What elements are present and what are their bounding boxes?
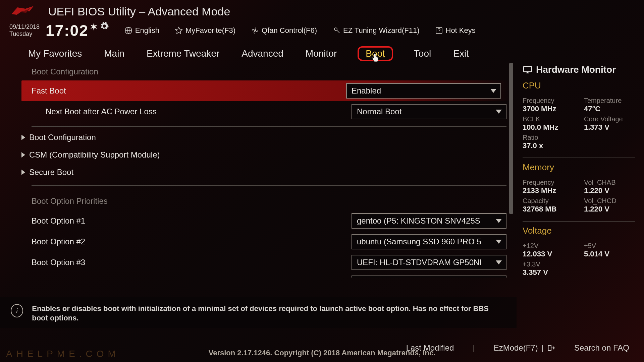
scrollbar-thumb[interactable]: [509, 63, 513, 214]
qfan-link[interactable]: Qfan Control(F6): [251, 26, 317, 35]
section-boot-config: Boot Configuration: [21, 63, 517, 80]
section-boot-priorities: Boot Option Priorities: [21, 188, 517, 210]
help-icon: [435, 26, 443, 35]
copyright: Version 2.17.1246. Copyright (C) 2018 Am…: [0, 346, 644, 362]
row-boot-option-3[interactable]: Boot Option #3 UEFI: HL-DT-STDVDRAM GP50…: [21, 252, 517, 273]
next-boot-dropdown[interactable]: Normal Boot: [352, 104, 506, 119]
nav-tabs: My Favorites Main Extreme Tweaker Advanc…: [0, 44, 644, 63]
date-day: 09/11/2018 Tuesday: [9, 23, 40, 37]
hw-title: Hardware Monitor: [523, 63, 635, 78]
divider: [523, 158, 635, 158]
info-text: Enables or disables boot with initializa…: [32, 304, 498, 322]
chevron-right-icon: [21, 135, 25, 140]
row-boot-option-4[interactable]: Boot Option #4 Samsung SSD 960 PRO 512GB: [21, 273, 517, 278]
chevron-down-icon: [496, 260, 502, 264]
wand-icon: [332, 26, 340, 35]
monitor-icon: [523, 66, 533, 74]
chevron-down-icon: [496, 240, 502, 244]
header-day: Tuesday: [9, 31, 40, 38]
gear-icon[interactable]: [100, 21, 109, 31]
boot-option-2-dropdown[interactable]: ubuntu (Samsung SSD 960 PRO 5: [352, 234, 506, 249]
boot-option-3-dropdown[interactable]: UEFI: HL-DT-STDVDRAM GP50NI: [352, 255, 506, 270]
settings-pane: Boot Configuration Fast Boot Enabled Nex…: [0, 63, 517, 301]
hotkeys-link[interactable]: Hot Keys: [435, 26, 476, 35]
scrollbar[interactable]: [509, 63, 513, 271]
info-icon: i: [11, 304, 23, 317]
chevron-down-icon: [496, 219, 502, 223]
header-date: 09/11/2018: [9, 23, 40, 31]
hw-mem-grid: Frequency 2133 MHz Capacity 32768 MB Vol…: [523, 175, 635, 219]
datetime-block: 09/11/2018 Tuesday 17:02✶: [9, 21, 109, 40]
chevron-down-icon: [490, 89, 496, 93]
hw-mem-heading: Memory: [523, 160, 635, 175]
tab-extreme-tweaker[interactable]: Extreme Tweaker: [145, 48, 221, 60]
main-area: Boot Configuration Fast Boot Enabled Nex…: [0, 63, 644, 301]
fast-boot-label: Fast Boot: [32, 86, 346, 96]
app-title: UEFI BIOS Utility – Advanced Mode: [48, 5, 230, 18]
settings-scroll: Boot Configuration Fast Boot Enabled Nex…: [0, 63, 517, 278]
hw-cpu-grid: Frequency 3700 MHz BCLK 100.0 MHz Ratio …: [523, 93, 635, 156]
tab-monitor[interactable]: Monitor: [304, 48, 338, 60]
hardware-monitor-panel: Hardware Monitor CPU Frequency 3700 MHz …: [517, 63, 644, 301]
chevron-right-icon: [21, 152, 25, 158]
tab-boot[interactable]: Boot: [358, 46, 393, 61]
cursor-hand-icon: [370, 53, 380, 63]
header-sub: 09/11/2018 Tuesday 17:02✶ English MyFavo…: [0, 20, 644, 44]
ez-tuning-link[interactable]: EZ Tuning Wizard(F11): [332, 26, 419, 35]
row-fast-boot[interactable]: Fast Boot Enabled: [21, 80, 511, 101]
tab-exit[interactable]: Exit: [452, 48, 470, 60]
svg-point-1: [254, 30, 256, 31]
sub-csm[interactable]: CSM (Compatibility Support Module): [21, 146, 517, 164]
hw-volt-heading: Voltage: [523, 224, 635, 238]
header-time: 17:02✶: [46, 21, 109, 40]
row-next-boot[interactable]: Next Boot after AC Power Loss Normal Boo…: [21, 101, 517, 122]
hw-volt-grid: +12V 12.033 V +3.3V 3.357 V +5V 5.014 V: [523, 238, 635, 282]
svg-point-2: [334, 28, 337, 31]
sub-secure-boot[interactable]: Secure Boot: [21, 164, 517, 181]
chevron-right-icon: [21, 170, 25, 175]
header-top: UEFI BIOS Utility – Advanced Mode: [0, 0, 644, 20]
sub-boot-configuration[interactable]: Boot Configuration: [21, 129, 517, 146]
tab-main[interactable]: Main: [103, 48, 126, 60]
divider: [523, 221, 635, 222]
star-icon: [175, 26, 183, 35]
hw-cpu-heading: CPU: [523, 78, 635, 93]
rog-logo: [9, 5, 36, 18]
fast-boot-dropdown[interactable]: Enabled: [346, 83, 501, 99]
tab-my-favorites[interactable]: My Favorites: [27, 48, 83, 60]
row-boot-option-2[interactable]: Boot Option #2 ubuntu (Samsung SSD 960 P…: [21, 231, 517, 252]
svg-rect-4: [524, 66, 532, 72]
boot-option-1-dropdown[interactable]: gentoo (P5: KINGSTON SNV425S: [352, 213, 506, 229]
myfavorite-link[interactable]: MyFavorite(F3): [175, 26, 235, 35]
row-boot-option-1[interactable]: Boot Option #1 gentoo (P5: KINGSTON SNV4…: [21, 210, 517, 231]
divider: [32, 185, 506, 186]
boot-option-4-dropdown[interactable]: Samsung SSD 960 PRO 512GB: [352, 276, 506, 278]
globe-icon: [124, 26, 132, 35]
fan-icon: [251, 26, 259, 35]
divider: [32, 126, 506, 127]
next-boot-label: Next Boot after AC Power Loss: [32, 107, 352, 116]
tab-advanced[interactable]: Advanced: [240, 48, 285, 60]
language-switch[interactable]: English: [124, 26, 159, 35]
tab-tool[interactable]: Tool: [413, 48, 432, 60]
chevron-down-icon: [496, 110, 502, 114]
info-bar: i Enables or disables boot with initiali…: [0, 297, 517, 328]
